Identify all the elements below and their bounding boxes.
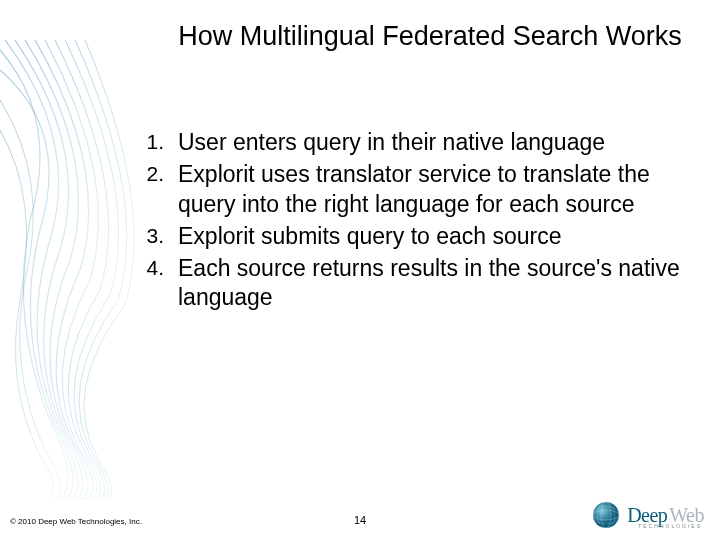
globe-icon — [591, 500, 621, 530]
slide-title: How Multilingual Federated Search Works — [170, 20, 690, 54]
page-number: 14 — [354, 514, 366, 526]
copyright-text: © 2010 Deep Web Technologies, Inc. — [10, 517, 142, 526]
deep-web-logo: DeepWeb TECHNOLOGIES — [591, 500, 704, 530]
steps-list: User enters query in their native langua… — [120, 128, 690, 315]
list-item: Explorit uses translator service to tran… — [120, 160, 690, 220]
list-item: Each source returns results in the sourc… — [120, 254, 690, 314]
logo-tagline: TECHNOLOGIES — [638, 523, 702, 529]
list-item: Explorit submits query to each source — [120, 222, 690, 252]
list-item: User enters query in their native langua… — [120, 128, 690, 158]
